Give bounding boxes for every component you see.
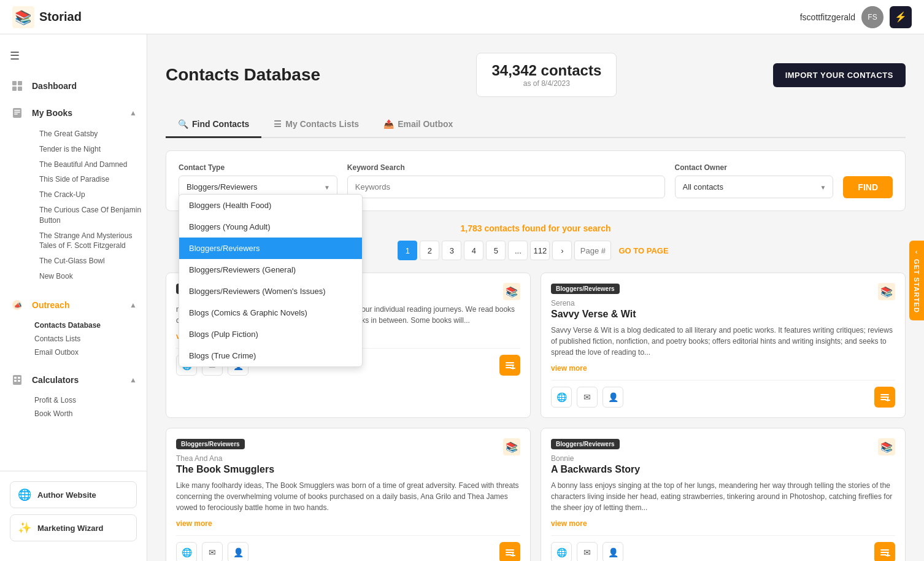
card-description: A bonny lass enjoys singing at the top o… bbox=[551, 480, 895, 513]
svg-rect-16 bbox=[18, 380, 20, 382]
page-btn-112[interactable]: 112 bbox=[530, 241, 550, 260]
view-more-link[interactable]: view more bbox=[551, 364, 587, 373]
contact-button[interactable]: 👤 bbox=[603, 387, 623, 408]
book-item[interactable]: New Book bbox=[34, 269, 147, 284]
marketing-wizard-button[interactable]: ✨ Marketing Wizard bbox=[10, 514, 137, 541]
view-more-link[interactable]: view more bbox=[176, 519, 212, 528]
book-item[interactable]: The Crack-Up bbox=[34, 187, 147, 203]
dropdown-item[interactable]: Blogs (Comics & Graphic Novels) bbox=[179, 302, 362, 323]
contact-button[interactable]: 👤 bbox=[603, 542, 623, 561]
dropdown-item-selected[interactable]: Bloggers/Reviewers bbox=[179, 238, 362, 259]
svg-rect-5 bbox=[18, 87, 22, 91]
contact-owner-select-wrapper: All contacts bbox=[675, 176, 834, 198]
website-button[interactable]: 🌐 bbox=[176, 542, 197, 561]
sidebar-item-my-books[interactable]: My Books ▲ bbox=[0, 99, 147, 126]
storiad-logo: 📚 bbox=[503, 283, 520, 300]
svg-rect-33 bbox=[506, 549, 514, 551]
page-btn-2[interactable]: 2 bbox=[420, 241, 439, 260]
card-icon-group: 🌐 ✉ 👤 bbox=[176, 542, 248, 561]
email-button[interactable]: ✉ bbox=[202, 542, 223, 561]
search-row: Contact Type Keyword Search Contact Owne… bbox=[179, 163, 893, 198]
topnav: 📚 Storiad fscottfitzgerald FS ⚡ bbox=[0, 0, 924, 34]
svg-rect-12 bbox=[13, 375, 21, 385]
contact-owner-select[interactable]: All contacts bbox=[675, 176, 834, 198]
outreach-icon: 📣 bbox=[10, 298, 25, 312]
view-more-link[interactable]: view more bbox=[551, 519, 587, 528]
page-btn-1[interactable]: 1 bbox=[398, 241, 417, 260]
sidebar-item-calculators[interactable]: Calculators ▲ bbox=[0, 366, 147, 393]
sidebar-item-book-worth[interactable]: Book Worth bbox=[0, 407, 147, 420]
dropdown-item[interactable]: Bloggers (Health Food) bbox=[179, 195, 362, 216]
card-author: Thea And Ana bbox=[176, 454, 520, 463]
add-to-list-button[interactable] bbox=[499, 355, 520, 376]
sidebar-item-contacts-database[interactable]: Contacts Database bbox=[0, 319, 147, 332]
page-btn-5[interactable]: 5 bbox=[486, 241, 506, 260]
email-button[interactable]: ✉ bbox=[577, 542, 598, 561]
svg-rect-2 bbox=[12, 81, 17, 85]
dashboard-icon bbox=[10, 79, 25, 93]
book-item[interactable]: This Side of Paradise bbox=[34, 172, 147, 187]
svg-text:📚: 📚 bbox=[506, 286, 518, 298]
add-to-list-button[interactable] bbox=[874, 542, 895, 561]
svg-text:📚: 📚 bbox=[506, 441, 518, 453]
dropdown-item[interactable]: Blogs (Pulp Fiction) bbox=[179, 323, 362, 345]
email-outbox-icon: 📤 bbox=[383, 119, 394, 129]
dropdown-item[interactable]: Bloggers/Reviewers (Women's Issues) bbox=[179, 280, 362, 302]
sidebar-item-profit-loss[interactable]: Profit & Loss bbox=[0, 393, 147, 407]
svg-text:📣: 📣 bbox=[14, 301, 22, 309]
page-title: Contacts Database bbox=[166, 65, 320, 85]
main-content: Contacts Database 34,342 contacts as of … bbox=[147, 34, 924, 561]
import-contacts-button[interactable]: IMPORT YOUR CONTACTS bbox=[773, 63, 906, 87]
outreach-label: Outreach bbox=[32, 300, 69, 310]
card-description: Like many foolhardy ideas, The Book Smug… bbox=[176, 480, 520, 513]
add-to-list-button[interactable] bbox=[874, 387, 895, 408]
card-icon-group: 🌐 ✉ 👤 bbox=[551, 542, 623, 561]
bolt-button[interactable]: ⚡ bbox=[890, 6, 912, 28]
svg-rect-41 bbox=[880, 552, 889, 553]
website-button[interactable]: 🌐 bbox=[551, 542, 572, 561]
tab-my-contacts-lists[interactable]: ☰ My Contacts Lists bbox=[261, 112, 371, 138]
website-button[interactable]: 🌐 bbox=[551, 387, 572, 408]
keyword-input[interactable] bbox=[347, 176, 665, 198]
contact-button[interactable]: 👤 bbox=[228, 542, 248, 561]
page-btn-4[interactable]: 4 bbox=[464, 241, 483, 260]
dropdown-item[interactable]: Bloggers/Reviewers (General) bbox=[179, 259, 362, 280]
sidebar-item-dashboard[interactable]: Dashboard bbox=[0, 72, 147, 99]
card-actions: 🌐 ✉ 👤 bbox=[551, 380, 895, 408]
card-description: Savvy Verse & Wit is a blog dedicated to… bbox=[551, 325, 895, 358]
card-name: A Backwards Story bbox=[551, 464, 895, 475]
book-item[interactable]: The Great Gatsby bbox=[34, 126, 147, 142]
book-item[interactable]: Tender is the Night bbox=[34, 142, 147, 157]
book-item[interactable]: The Curious Case Of Benjamin Button bbox=[34, 203, 147, 228]
author-website-button[interactable]: 🌐 Author Website bbox=[10, 481, 137, 508]
hamburger-menu[interactable]: ☰ bbox=[0, 44, 147, 68]
book-item[interactable]: The Cut-Glass Bowl bbox=[34, 253, 147, 269]
sidebar-item-contacts-lists[interactable]: Contacts Lists bbox=[0, 332, 147, 346]
svg-rect-4 bbox=[12, 87, 17, 91]
page-btn-3[interactable]: 3 bbox=[442, 241, 461, 260]
dropdown-item[interactable]: Bloggers (Young Adult) bbox=[179, 216, 362, 238]
add-to-list-button[interactable] bbox=[499, 542, 520, 561]
sidebar-item-email-outbox[interactable]: Email Outbox bbox=[0, 346, 147, 359]
sidebar-item-outreach[interactable]: 📣 Outreach ▲ bbox=[0, 292, 147, 319]
contact-type-field: Contact Type bbox=[179, 163, 337, 198]
card-badge: Bloggers/Reviewers bbox=[176, 439, 245, 449]
page-number-input[interactable] bbox=[574, 241, 611, 260]
go-to-page-button[interactable]: GO TO PAGE bbox=[614, 246, 673, 255]
logo[interactable]: 📚 Storiad bbox=[12, 6, 82, 28]
page-btn-next[interactable]: › bbox=[552, 241, 572, 260]
svg-rect-14 bbox=[18, 377, 20, 379]
hamburger-icon: ☰ bbox=[10, 50, 20, 62]
app-name: Storiad bbox=[39, 10, 82, 24]
book-item[interactable]: The Strange And Mysterious Tales of F. S… bbox=[34, 228, 147, 254]
find-button[interactable]: FIND bbox=[843, 176, 893, 198]
get-started-tab[interactable]: ‹ GET STARTED bbox=[909, 241, 924, 320]
dropdown-item[interactable]: Blogs (True Crime) bbox=[179, 345, 362, 366]
contacts-count-box: 34,342 contacts as of 8/4/2023 bbox=[476, 53, 617, 97]
svg-rect-13 bbox=[14, 377, 17, 379]
email-button[interactable]: ✉ bbox=[577, 387, 598, 408]
svg-rect-26 bbox=[880, 394, 889, 395]
tab-find-contacts[interactable]: 🔍 Find Contacts bbox=[166, 112, 261, 138]
book-item[interactable]: The Beautiful And Damned bbox=[34, 157, 147, 172]
tab-email-outbox[interactable]: 📤 Email Outbox bbox=[371, 112, 465, 138]
